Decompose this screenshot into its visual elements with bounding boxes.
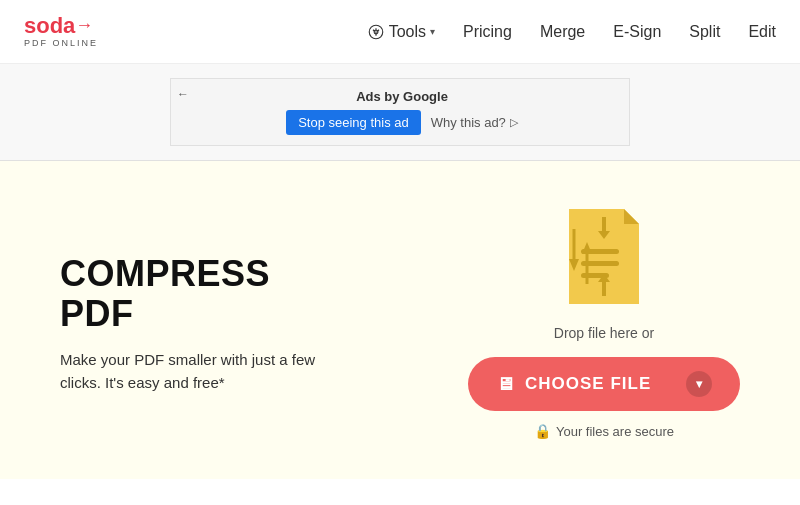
why-ad-link[interactable]: Why this ad? ▷ [431,115,518,130]
monitor-icon: 🖥 [496,374,515,395]
logo-sub: PDF ONLINE [24,39,98,49]
choose-file-left: 🖥 CHOOSE FILE [496,374,651,395]
ad-actions: Stop seeing this ad Why this ad? ▷ [286,110,518,135]
lock-icon: 🔒 [534,423,551,439]
right-section: Drop file here or 🖥 CHOOSE FILE ▾ 🔒 Your… [468,209,740,439]
nav-edit[interactable]: Edit [748,23,776,41]
nav: Tools ▾ Pricing Merge E-Sign Split Edit [367,23,776,41]
header: soda → PDF ONLINE Tools ▾ Pricing Merge … [0,0,800,64]
choose-file-label: CHOOSE FILE [525,374,651,394]
edit-label: Edit [748,23,776,41]
nav-tools[interactable]: Tools ▾ [367,23,435,41]
tools-icon [367,23,385,41]
pdf-drop-icon [559,209,649,309]
drop-text: Drop file here or [554,325,654,341]
arrows-svg [559,209,649,309]
choose-file-button[interactable]: 🖥 CHOOSE FILE ▾ [468,357,740,411]
esign-label: E-Sign [613,23,661,41]
why-ad-icon: ▷ [510,116,518,129]
merge-label: Merge [540,23,585,41]
tools-chevron-icon: ▾ [430,26,435,37]
page-description: Make your PDF smaller with just a few cl… [60,349,340,394]
choose-file-dropdown-icon[interactable]: ▾ [686,371,712,397]
svg-marker-10 [569,259,579,271]
main-content: COMPRESS PDF Make your PDF smaller with … [0,161,800,479]
nav-merge[interactable]: Merge [540,23,585,41]
ad-close-icon[interactable]: ← [177,87,189,101]
ad-by-google: Ads by Google [356,89,448,104]
nav-split[interactable]: Split [689,23,720,41]
logo-text: soda [24,15,75,37]
nav-pricing[interactable]: Pricing [463,23,512,41]
left-section: COMPRESS PDF Make your PDF smaller with … [60,254,340,394]
stop-ad-button[interactable]: Stop seeing this ad [286,110,421,135]
nav-esign[interactable]: E-Sign [613,23,661,41]
ad-banner: ← Ads by Google Stop seeing this ad Why … [170,78,630,146]
secure-text: 🔒 Your files are secure [534,423,674,439]
logo-arrow: → [75,16,93,36]
split-label: Split [689,23,720,41]
tools-label: Tools [389,23,426,41]
svg-marker-12 [582,242,592,254]
logo[interactable]: soda → PDF ONLINE [24,15,98,49]
secure-label: Your files are secure [556,424,674,439]
pricing-label: Pricing [463,23,512,41]
page-title: COMPRESS PDF [60,254,340,333]
